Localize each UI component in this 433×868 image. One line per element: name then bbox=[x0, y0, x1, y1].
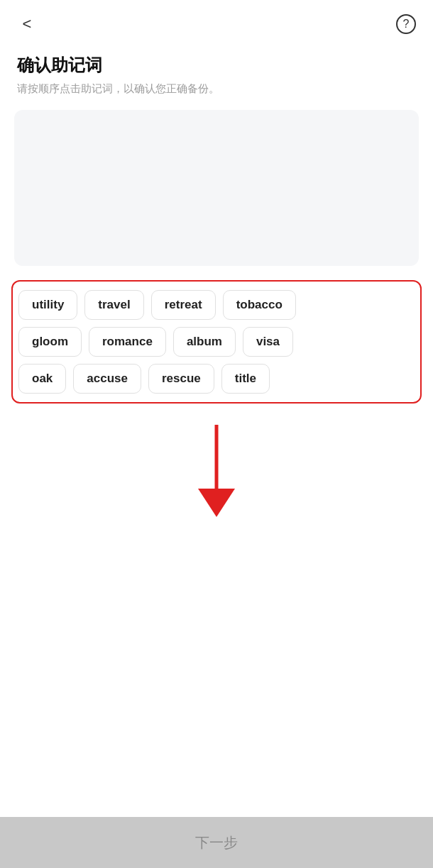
arrow-container bbox=[0, 418, 433, 531]
title-section: 确认助记词 请按顺序点击助记词，以确认您正确备份。 bbox=[0, 48, 433, 110]
page-title: 确认助记词 bbox=[17, 54, 416, 77]
word-chip-oak[interactable]: oak bbox=[18, 364, 66, 394]
help-circle-icon: ? bbox=[396, 14, 416, 34]
word-row-2: gloom romance album visa bbox=[18, 327, 415, 357]
next-step-label: 下一步 bbox=[195, 833, 238, 852]
word-chip-rescue[interactable]: rescue bbox=[148, 364, 214, 394]
word-grid: utility travel retreat tobacco gloom rom… bbox=[11, 280, 422, 404]
word-chip-gloom[interactable]: gloom bbox=[18, 327, 82, 357]
word-chip-utility[interactable]: utility bbox=[18, 290, 77, 320]
word-row-3: oak accuse rescue title bbox=[18, 364, 415, 394]
word-display-area bbox=[14, 110, 419, 266]
down-arrow-icon bbox=[188, 425, 245, 524]
next-step-button[interactable]: 下一步 bbox=[0, 817, 433, 868]
word-chip-travel[interactable]: travel bbox=[84, 290, 143, 320]
word-row-1: utility travel retreat tobacco bbox=[18, 290, 415, 320]
word-chip-retreat[interactable]: retreat bbox=[151, 290, 216, 320]
word-chip-visa[interactable]: visa bbox=[243, 327, 293, 357]
word-chip-romance[interactable]: romance bbox=[89, 327, 166, 357]
header: < ? bbox=[0, 0, 433, 48]
word-chip-tobacco[interactable]: tobacco bbox=[223, 290, 296, 320]
word-chip-album[interactable]: album bbox=[173, 327, 236, 357]
help-button[interactable]: ? bbox=[393, 11, 419, 37]
back-button[interactable]: < bbox=[14, 11, 40, 37]
page-subtitle: 请按顺序点击助记词，以确认您正确备份。 bbox=[17, 82, 416, 96]
svg-marker-1 bbox=[198, 489, 235, 517]
back-icon: < bbox=[23, 15, 32, 33]
word-chip-title[interactable]: title bbox=[221, 364, 270, 394]
word-chip-accuse[interactable]: accuse bbox=[73, 364, 141, 394]
